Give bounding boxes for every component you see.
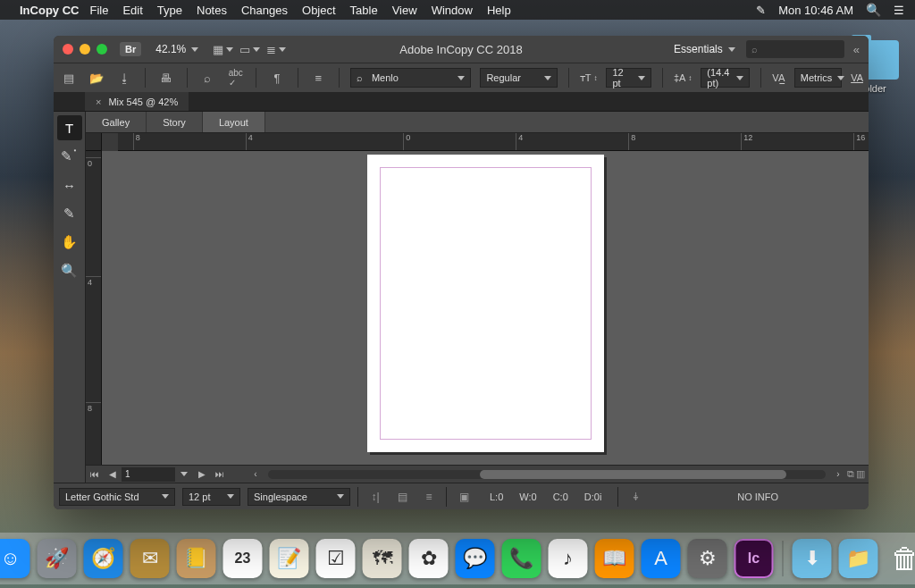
dock-preferences[interactable]: ⚙ [688,539,727,578]
first-page-button[interactable]: ⏮ [86,466,104,483]
dock-ibooks[interactable]: 📖 [595,539,634,578]
close-window-button[interactable] [63,44,73,55]
dock-downloads[interactable]: ⬇ [793,539,832,578]
dock-trash[interactable]: 🗑 [886,539,916,578]
dock-notes[interactable]: 📝 [270,539,309,578]
pilcrow-icon[interactable]: ¶ [267,67,286,88]
dock-mail[interactable]: ✉ [130,539,170,578]
horizontal-scrollbar[interactable] [268,470,826,479]
dock-launchpad[interactable]: 🚀 [38,539,77,578]
tab-galley[interactable]: Galley [86,112,147,132]
dock-calendar[interactable]: 23 [223,539,263,578]
scroll-left-button[interactable]: ‹ [247,466,264,483]
close-tab-icon[interactable]: × [96,97,101,107]
ruler-tick: 4 [86,276,101,287]
leading-value: (14.4 pt) [707,67,731,88]
status-icon-2[interactable]: ▤ [392,487,412,507]
tab-story[interactable]: Story [147,112,203,132]
font-style-select[interactable]: Regular [480,68,557,88]
split-view-icon[interactable]: ⧉ [847,468,854,480]
scrollbar-thumb[interactable] [480,470,786,479]
font-size-select[interactable]: 12 pt [606,68,651,88]
tab-layout[interactable]: Layout [203,112,265,132]
info-display: NO INFO [652,491,863,502]
dock-appstore[interactable]: A [642,539,681,578]
dock-messages[interactable]: 💬 [456,539,495,578]
collapse-panels-button[interactable]: « [850,43,863,56]
dock-finder[interactable]: ☺ [0,539,30,578]
zoom-tool[interactable]: 🔍 [57,258,82,283]
info-icon[interactable]: ⸸ [625,487,645,507]
minimize-window-button[interactable] [80,44,90,55]
menu-changes[interactable]: Changes [241,4,288,17]
menu-type[interactable]: Type [157,4,182,17]
open-icon[interactable]: 📂 [87,67,105,88]
app-menu[interactable]: InCopy CC [20,4,79,17]
search-input[interactable]: ⌕ [746,40,844,58]
menu-edit[interactable]: Edit [122,4,142,17]
scripts-menu-icon[interactable]: ✎ [756,4,766,17]
note-tool[interactable]: ✎ॱ [57,144,82,169]
spotlight-icon[interactable]: 🔍 [866,3,881,17]
font-family-select[interactable]: ⌕ Menlo [350,68,471,88]
status-size-select[interactable]: 12 pt [182,488,240,506]
leading-select[interactable]: (14.4 pt) [701,68,750,88]
dock-itunes[interactable]: ♪ [549,539,588,578]
fullscreen-window-button[interactable] [97,44,107,55]
save-icon[interactable]: ⭳ [115,67,134,88]
zoom-level-select[interactable]: 42.1% [148,41,206,57]
menu-view[interactable]: View [392,4,417,17]
print-icon[interactable]: 🖶 [156,67,175,88]
document-canvas[interactable] [102,151,869,465]
dock-facetime[interactable]: 📞 [502,539,541,578]
panel-menu-icon[interactable]: ▤ [59,67,78,88]
panel-toggle-icon[interactable]: ▥ [856,468,865,480]
menu-window[interactable]: Window [432,4,473,17]
status-spacing-select[interactable]: Singlespace [248,488,350,506]
eyedropper-tool[interactable]: ✎ [57,201,82,226]
leading-icon: ‡A↕ [674,72,692,83]
view-option-2[interactable]: ▭ [239,39,259,59]
page[interactable] [367,155,604,452]
menu-help[interactable]: Help [487,4,511,17]
bridge-button[interactable]: Br [120,42,141,56]
last-page-button[interactable]: ⏭ [211,466,229,483]
view-option-3[interactable]: ≣ [266,39,286,59]
type-tool[interactable]: T [57,115,82,140]
find-icon[interactable]: ⌕ [198,67,217,88]
menu-object[interactable]: Object [302,4,336,17]
status-font-select[interactable]: Letter Gothic Std [59,488,175,506]
ruler-horizontal[interactable]: 8 4 0 4 8 12 16 [118,133,869,151]
kerning-select[interactable]: Metrics [794,68,842,88]
workspace-switcher[interactable]: Essentials [668,41,741,57]
dock-safari[interactable]: 🧭 [84,539,123,578]
ruler-vertical[interactable]: 0 4 8 [86,151,102,465]
menu-table[interactable]: Table [350,4,378,17]
dock-maps[interactable]: 🗺 [363,539,402,578]
view-option-1[interactable]: ▦ [213,39,232,59]
dock-contacts[interactable]: 📒 [177,539,216,578]
hand-tool[interactable]: ✋ [57,230,82,255]
next-page-button[interactable]: ▶ [193,466,211,483]
status-icon-1[interactable]: ↕| [365,487,385,507]
menubar-clock[interactable]: Mon 10:46 AM [778,4,853,17]
ruler-origin[interactable] [86,133,102,151]
dock-photos[interactable]: ✿ [409,539,449,578]
page-dropdown-button[interactable] [175,466,193,483]
notification-center-icon[interactable]: ☰ [894,4,904,17]
font-style-value: Regular [486,72,521,83]
document-tab[interactable]: × Mix 545 @ 42% [85,92,189,111]
menu-notes[interactable]: Notes [197,4,227,17]
justify-icon[interactable]: ≡ [309,67,328,88]
page-number-field[interactable]: 1 [122,467,175,482]
scroll-right-button[interactable]: › [829,466,847,483]
spellcheck-icon[interactable]: abc✓ [226,67,245,88]
position-tool[interactable]: ↔ [57,172,82,197]
copyfit-icon[interactable]: ▣ [454,487,474,507]
prev-page-button[interactable]: ◀ [104,466,122,483]
dock-documents[interactable]: 📁 [839,539,878,578]
dock-reminders[interactable]: ☑ [316,539,356,578]
status-icon-3[interactable]: ≡ [419,487,439,507]
dock-incopy[interactable]: Ic [735,539,774,578]
menu-file[interactable]: File [89,4,108,17]
